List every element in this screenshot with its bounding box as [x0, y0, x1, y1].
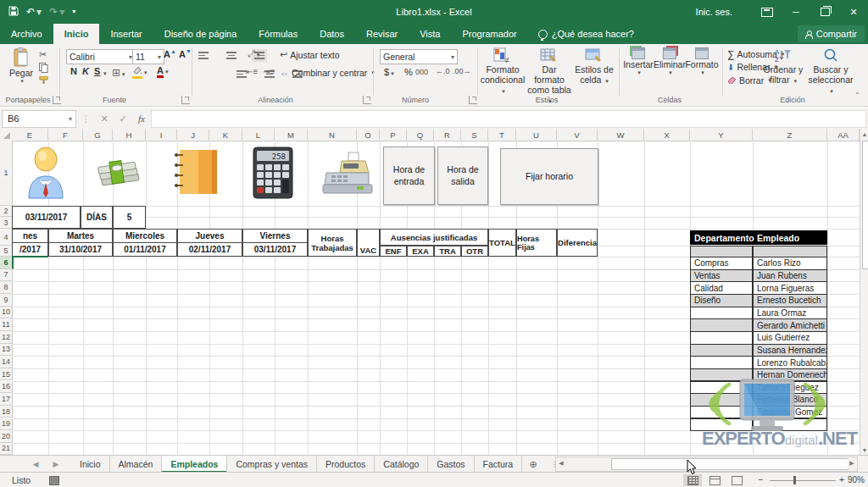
row-header-7[interactable]: 7	[0, 269, 13, 282]
conditional-formatting-button[interactable]: ≠ Formato condicional ▾	[483, 47, 522, 95]
row-header-8[interactable]: 8	[0, 281, 13, 294]
increase-decimal-icon[interactable]: ←.0	[436, 67, 450, 75]
menu-tab-diseño-de-página[interactable]: Diseño de página	[153, 24, 248, 44]
column-header-E[interactable]: E	[12, 129, 48, 141]
cell-dias-label[interactable]: DÍAS	[81, 206, 113, 229]
comma-format-icon[interactable]: 000	[415, 68, 428, 76]
dialog-launcher-icon[interactable]	[53, 96, 61, 104]
currency-format-icon[interactable]: $▾	[381, 67, 397, 77]
header-exa[interactable]: EXA	[407, 246, 434, 257]
cell-styles-button[interactable]: Estilos de celda ▾	[575, 47, 614, 85]
row-header-5[interactable]: 5	[0, 246, 13, 257]
align-top-icon[interactable]	[198, 52, 209, 59]
column-header-Z[interactable]: Z	[753, 129, 827, 141]
employee-dept[interactable]	[690, 307, 753, 320]
delete-cells-button[interactable]: Eliminar▾	[654, 47, 685, 76]
employee-dept[interactable]: Calidad	[690, 281, 753, 295]
row-header-17[interactable]: 17	[0, 393, 13, 406]
employee-name[interactable]: Lorna Figueras	[753, 281, 827, 295]
scroll-up-icon[interactable]: ▲	[860, 129, 868, 139]
column-header-AA[interactable]: AA	[827, 129, 860, 141]
row-header-16[interactable]: 16	[0, 381, 13, 394]
vertical-scrollbar[interactable]: ▲ ▼	[860, 129, 868, 455]
employee-dept[interactable]	[690, 356, 753, 369]
day-column-2[interactable]: Martes31/10/2017	[48, 229, 113, 257]
sheet-tab-productos[interactable]: Productos	[317, 456, 375, 473]
fill-color-icon[interactable]: ▾	[132, 66, 147, 76]
day-column-4[interactable]: Jueves02/11/2017	[177, 229, 242, 257]
prev-sheet-icon[interactable]: ◀	[25, 456, 46, 473]
macro-record-icon[interactable]	[49, 476, 59, 485]
name-box[interactable]: B6 ▾	[2, 110, 76, 128]
align-left-icon[interactable]	[236, 70, 247, 78]
column-header-M[interactable]: M	[275, 129, 308, 141]
column-header-R[interactable]: R	[434, 129, 461, 141]
header-horas-fijas[interactable]: Horas Fijas	[516, 229, 557, 257]
employee-name[interactable]	[753, 246, 827, 257]
sheet-tab-compras-y-ventas[interactable]: Compras y ventas	[227, 456, 317, 473]
day-column-3[interactable]: Miercoles01/11/2017	[113, 229, 177, 257]
column-header-X[interactable]: X	[644, 129, 690, 141]
menu-tab-insertar[interactable]: Insertar	[99, 24, 153, 44]
new-sheet-icon[interactable]: ⊕	[522, 456, 544, 473]
header-ausencias[interactable]: Ausencias justificadas	[380, 229, 488, 246]
collapse-ribbon-icon[interactable]: ⌃	[854, 91, 860, 99]
employee-name[interactable]: Ernestina Gomez	[753, 406, 827, 419]
italic-button[interactable]: K	[80, 66, 92, 76]
column-header-F[interactable]: F	[48, 129, 83, 141]
column-header-K[interactable]: K	[209, 129, 242, 141]
header-enf[interactable]: ENF	[380, 246, 407, 257]
font-color-icon[interactable]: A▾	[154, 65, 170, 75]
percent-format-icon[interactable]: %	[402, 67, 415, 77]
row-header-1[interactable]: 1	[0, 141, 13, 206]
employee-dept[interactable]: Compras	[690, 257, 753, 270]
scroll-right-icon[interactable]: ▶	[848, 458, 856, 468]
formula-input[interactable]	[151, 110, 866, 128]
row-header-3[interactable]: 3	[0, 217, 13, 229]
cell-date[interactable]: 03/11/2017	[12, 206, 81, 229]
copy-icon[interactable]	[39, 63, 48, 75]
menu-tab-fórmulas[interactable]: Fórmulas	[248, 24, 309, 44]
employee-dept[interactable]	[690, 368, 753, 382]
cell-dias-value[interactable]: 5	[113, 206, 146, 229]
employee-dept[interactable]	[690, 344, 753, 357]
notebook-image[interactable]	[171, 148, 222, 199]
zoom-slider-thumb[interactable]	[793, 476, 796, 484]
employee-name[interactable]: Juan Rubens	[753, 269, 827, 283]
align-middle-icon[interactable]	[226, 52, 236, 59]
calculator-image[interactable]: 258	[252, 146, 294, 203]
column-header-P[interactable]: P	[380, 129, 407, 141]
share-button[interactable]: Compartir	[798, 25, 865, 42]
row-header-19[interactable]: 19	[0, 418, 13, 431]
enter-icon[interactable]: ✓	[114, 113, 132, 125]
row-header-14[interactable]: 14	[0, 356, 13, 368]
sheet-tab-factura[interactable]: Factura	[475, 456, 523, 473]
employee-dept[interactable]	[690, 318, 753, 332]
header-diferencia[interactable]: Diferencia	[557, 229, 598, 257]
insert-function-icon[interactable]: fx	[132, 113, 151, 124]
column-header-I[interactable]: I	[146, 129, 177, 141]
day-column-5[interactable]: Viernes03/11/2017	[242, 229, 308, 257]
header-vac[interactable]: VAC	[357, 229, 380, 257]
zoom-slider[interactable]	[770, 480, 836, 481]
select-all-corner[interactable]	[0, 129, 13, 141]
person-image[interactable]	[25, 146, 66, 203]
column-header-L[interactable]: L	[242, 129, 275, 141]
zoom-in-icon[interactable]: +	[839, 474, 844, 484]
column-header-H[interactable]: H	[113, 129, 146, 141]
bold-button[interactable]: N	[68, 66, 80, 76]
dialog-launcher-icon[interactable]	[363, 96, 371, 104]
column-header-T[interactable]: T	[488, 129, 516, 141]
wrap-text-button[interactable]: ↩ Ajustar texto	[280, 49, 340, 60]
tell-me-box[interactable]: ¿Qué desea hacer?	[528, 24, 644, 44]
decrease-decimal-icon[interactable]: .00→	[453, 67, 471, 75]
sheet-tab-empleados[interactable]: Empleados	[162, 456, 227, 473]
employee-dept[interactable]	[690, 331, 753, 345]
minimize-button[interactable]: ─	[782, 0, 810, 24]
employee-dept[interactable]	[690, 246, 753, 257]
row-header-6[interactable]: 6	[0, 257, 14, 269]
row-header-21[interactable]: 21	[0, 443, 13, 455]
page-break-view-button[interactable]	[727, 474, 746, 486]
row-header-12[interactable]: 12	[0, 331, 13, 344]
font-size-combo[interactable]: 11▾	[132, 49, 164, 64]
